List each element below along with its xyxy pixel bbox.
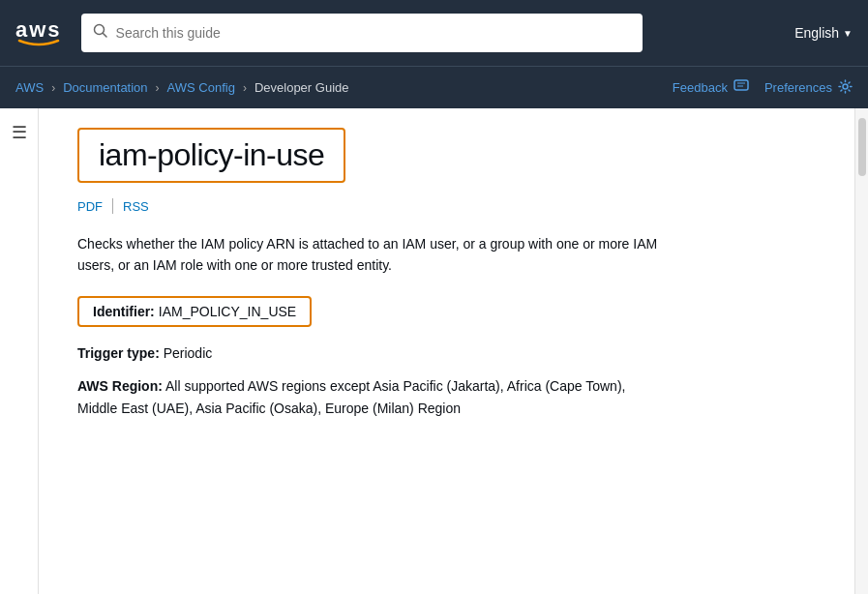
logo-smile-icon	[17, 39, 60, 46]
svg-line-1	[103, 34, 106, 38]
breadcrumb-aws[interactable]: AWS	[15, 80, 44, 95]
search-box	[81, 14, 643, 52]
link-divider	[112, 198, 113, 214]
hamburger-icon[interactable]: ☰	[12, 122, 27, 143]
page-title-box: iam-policy-in-use	[77, 128, 345, 183]
language-chevron-icon: ▼	[843, 28, 853, 39]
main-layout: ☰ iam-policy-in-use PDF RSS Checks wheth…	[0, 108, 868, 594]
aws-logo: aws	[15, 19, 62, 46]
logo-text: aws	[15, 19, 62, 41]
identifier-value: IAM_POLICY_IN_USE	[159, 304, 296, 319]
region-row: AWS Region: All supported AWS regions ex…	[77, 375, 658, 419]
svg-point-5	[843, 84, 848, 89]
links-row: PDF RSS	[77, 198, 816, 214]
feedback-icon	[733, 79, 749, 96]
rss-link[interactable]: RSS	[123, 199, 159, 214]
top-navigation: aws English ▼	[0, 0, 868, 66]
breadcrumb-actions: Feedback Preferences	[673, 79, 853, 97]
breadcrumb-aws-config[interactable]: AWS Config	[167, 80, 235, 95]
identifier-label: Identifier:	[93, 304, 155, 319]
content-area: iam-policy-in-use PDF RSS Checks whether…	[39, 108, 854, 594]
search-icon	[93, 23, 108, 43]
trigger-value: Periodic	[164, 345, 213, 361]
language-label: English	[794, 25, 839, 41]
svg-rect-2	[734, 80, 748, 90]
preferences-button[interactable]: Preferences	[764, 79, 853, 97]
feedback-label: Feedback	[673, 80, 728, 95]
sidebar: ☰	[0, 108, 39, 594]
pdf-link[interactable]: PDF	[77, 199, 112, 214]
feedback-button[interactable]: Feedback	[673, 79, 749, 96]
language-selector[interactable]: English ▼	[794, 25, 853, 41]
gear-icon	[838, 79, 853, 97]
search-container	[81, 14, 643, 52]
identifier-box: Identifier: IAM_POLICY_IN_USE	[77, 296, 312, 327]
breadcrumb-nav: AWS › Documentation › AWS Config › Devel…	[0, 66, 868, 108]
trigger-row: Trigger type: Periodic	[77, 342, 658, 364]
scrollbar-thumb	[858, 118, 866, 176]
breadcrumb-sep-3: ›	[243, 81, 247, 95]
breadcrumb-current: Developer Guide	[254, 80, 349, 95]
scrollbar[interactable]	[854, 108, 868, 594]
page-title: iam-policy-in-use	[99, 137, 324, 173]
region-label: AWS Region:	[77, 378, 163, 394]
preferences-label: Preferences	[764, 80, 832, 95]
breadcrumb-documentation[interactable]: Documentation	[63, 80, 147, 95]
breadcrumb-sep-2: ›	[156, 81, 160, 95]
description-text: Checks whether the IAM policy ARN is att…	[77, 233, 658, 277]
search-input[interactable]	[116, 25, 631, 41]
breadcrumb-sep-1: ›	[51, 81, 55, 95]
trigger-label: Trigger type:	[77, 345, 160, 361]
